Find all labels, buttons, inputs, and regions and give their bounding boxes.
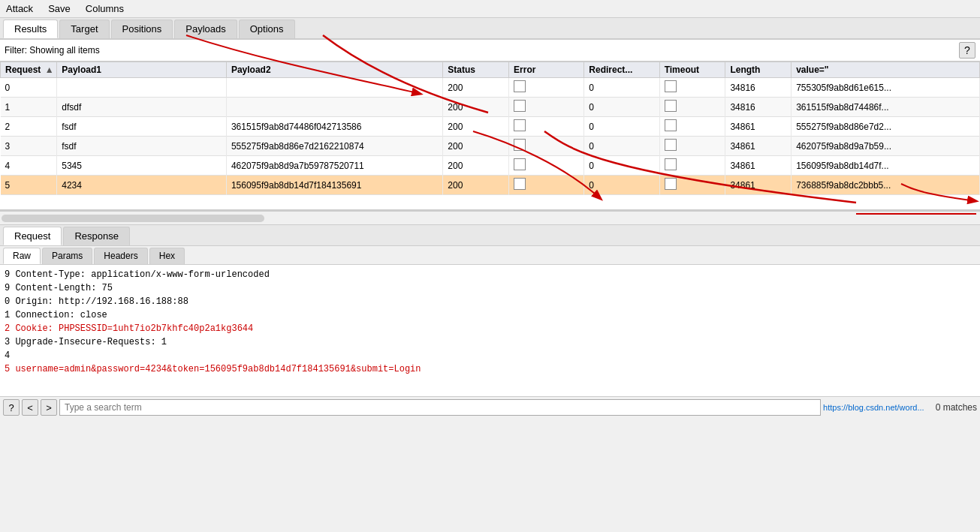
col-header-payload2[interactable]: Payload2: [226, 62, 442, 78]
col-header-redirect[interactable]: Redirect...: [584, 62, 659, 78]
checkbox-icon[interactable]: [514, 100, 526, 112]
col-header-payload1[interactable]: Payload1: [57, 62, 227, 78]
sub-tab-raw[interactable]: Raw: [3, 248, 41, 264]
bottom-panel: Request Response Raw Params Headers Hex …: [0, 225, 980, 396]
filter-button[interactable]: ?: [959, 42, 975, 59]
sub-tab-bar: Raw Params Headers Hex: [0, 246, 980, 265]
tab-target[interactable]: Target: [59, 20, 109, 38]
checkbox-icon[interactable]: [665, 158, 677, 170]
regex-button[interactable]: ?: [3, 399, 20, 416]
checkbox-icon[interactable]: [514, 139, 526, 151]
request-line: 2 Cookie: PHPSESSID=1uht7io2b7khfc40p2a1…: [5, 322, 975, 335]
url-link[interactable]: https://blog.csdn.net/word...: [823, 403, 924, 412]
main-tab-bar: Results Target Positions Payloads Option…: [0, 18, 980, 40]
horizontal-scrollbar[interactable]: [2, 215, 264, 222]
checkbox-icon[interactable]: [665, 178, 677, 190]
results-table-container[interactable]: Request ▲ Payload1 Payload2 Status Error…: [0, 62, 980, 212]
request-line: 9 Content-Length: 75: [5, 281, 975, 295]
match-count: 0 matches: [936, 402, 977, 413]
request-content[interactable]: 9 Content-Type: application/x-www-form-u…: [0, 265, 980, 396]
table-row[interactable]: 45345462075f9ab8d9a7b5978752071120003486…: [1, 156, 980, 176]
search-bar: ? < > https://blog.csdn.net/word... 0 ma…: [0, 396, 980, 418]
menu-bar: Attack Save Columns: [0, 0, 980, 18]
tab-positions[interactable]: Positions: [111, 20, 173, 38]
checkbox-icon[interactable]: [514, 178, 526, 190]
checkbox-icon[interactable]: [665, 119, 677, 131]
horizontal-scroll-area[interactable]: [0, 212, 980, 225]
request-line: 4: [5, 349, 975, 362]
tab-response[interactable]: Response: [63, 227, 130, 245]
checkbox-icon[interactable]: [665, 100, 677, 112]
request-line: 3 Upgrade-Insecure-Requests: 1: [5, 335, 975, 349]
checkbox-icon[interactable]: [514, 80, 526, 92]
bottom-tab-bar: Request Response: [0, 225, 980, 246]
checkbox-icon[interactable]: [514, 158, 526, 170]
col-header-request[interactable]: Request ▲: [1, 62, 57, 78]
sub-tab-hex[interactable]: Hex: [149, 248, 185, 264]
results-table: Request ▲ Payload1 Payload2 Status Error…: [0, 62, 980, 195]
checkbox-icon[interactable]: [665, 139, 677, 151]
col-header-status[interactable]: Status: [443, 62, 509, 78]
filter-bar: Filter: Showing all items ?: [0, 40, 980, 62]
col-header-timeout[interactable]: Timeout: [659, 62, 725, 78]
sort-arrow-icon: ▲: [45, 65, 54, 75]
table-row[interactable]: 0200034816755305f9ab8d61e615...: [1, 78, 980, 98]
tab-request[interactable]: Request: [3, 227, 62, 245]
menu-save[interactable]: Save: [45, 2, 74, 16]
next-button[interactable]: >: [41, 399, 57, 416]
table-row[interactable]: 3fsdf555275f9ab8d86e7d216221087420003486…: [1, 137, 980, 156]
request-line: 9 Content-Type: application/x-www-form-u…: [5, 268, 975, 281]
sub-tab-headers[interactable]: Headers: [94, 248, 147, 264]
table-row[interactable]: 1dfsdf200034816361515f9ab8d74486f...: [1, 98, 980, 117]
request-line: 1 Connection: close: [5, 308, 975, 322]
sub-tab-params[interactable]: Params: [42, 248, 92, 264]
col-header-length[interactable]: Length: [725, 62, 792, 78]
search-input[interactable]: [59, 399, 821, 416]
menu-attack[interactable]: Attack: [3, 2, 36, 16]
request-line: 0 Origin: http://192.168.16.188:88: [5, 295, 975, 308]
filter-text: Filter: Showing all items: [5, 45, 959, 56]
menu-columns[interactable]: Columns: [83, 2, 127, 16]
table-row[interactable]: 54234156095f9ab8db14d7f18413569120003486…: [1, 176, 980, 195]
request-line: 5 username=admin&password=4234&token=156…: [5, 362, 975, 376]
checkbox-icon[interactable]: [665, 80, 677, 92]
tab-results[interactable]: Results: [3, 20, 58, 38]
col-header-error[interactable]: Error: [509, 62, 584, 78]
prev-button[interactable]: <: [22, 399, 38, 416]
checkbox-icon[interactable]: [514, 119, 526, 131]
col-header-value[interactable]: value=": [792, 62, 980, 78]
tab-options[interactable]: Options: [239, 20, 295, 38]
tab-payloads[interactable]: Payloads: [174, 20, 237, 38]
table-row[interactable]: 2fsdf361515f9ab8d74486f04271358620003486…: [1, 117, 980, 137]
